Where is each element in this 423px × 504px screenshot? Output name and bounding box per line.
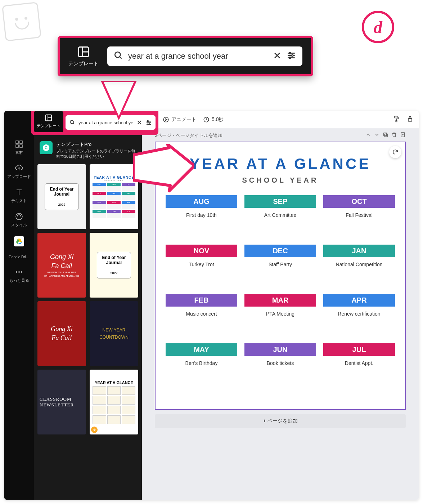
calendar-cell[interactable]: SEPArt Committee [244, 195, 316, 240]
calendar-cell[interactable]: JULDentist Appt. [323, 343, 395, 388]
month-event[interactable]: National Competition [323, 257, 395, 289]
month-header: JAN [323, 245, 395, 257]
month-event[interactable]: Music concert [166, 307, 237, 338]
add-page-bar[interactable]: + ページを追加 [155, 414, 406, 428]
template-pro-promo[interactable]: C テンプレートPro プレミアムテンプレートのライブラリーを無料で30日間ご利… [37, 139, 138, 161]
svg-point-39 [149, 122, 150, 123]
page-down-button[interactable] [374, 132, 380, 139]
page-title-label[interactable]: 2ページ - ページタイトルを追加 [155, 132, 222, 139]
template-thumb-journal2[interactable]: End of YearJournal2022 [90, 233, 138, 298]
paint-roller-icon [393, 115, 400, 122]
duration-button[interactable]: 5.0秒 [203, 116, 224, 123]
calendar-cell[interactable]: FEBMusic concert [166, 294, 237, 338]
month-header: MAR [244, 294, 316, 307]
svg-point-3 [115, 52, 120, 57]
svg-point-10 [292, 55, 293, 56]
template-thumb-journal[interactable]: End of YearJournal2022 [37, 164, 86, 229]
template-icon [45, 114, 53, 122]
template-thumb-yag2[interactable]: YEAR AT A GLANCE ♛ [90, 370, 138, 434]
filter-icon[interactable] [145, 119, 152, 126]
month-header: FEB [166, 294, 237, 307]
rail-text[interactable]: テキスト [11, 188, 27, 204]
rail-label: もっと見る [9, 278, 29, 283]
search-text: year at a grance school year [128, 52, 268, 61]
calendar-grid: AUGFirst day 10thSEPArt CommitteeOCTFall… [166, 195, 395, 388]
clear-icon[interactable] [136, 119, 143, 126]
template-thumb-gongxi2[interactable]: Gong Xi Fa Cai! [37, 301, 86, 366]
rail-upload[interactable]: アップロード [7, 164, 31, 179]
more-icon [15, 268, 23, 276]
template-thumb-countdown[interactable]: NEW YEAR COUNTDOWN [90, 301, 138, 366]
paint-roller-button[interactable] [393, 115, 400, 124]
refresh-button[interactable] [389, 146, 401, 158]
design-canvas[interactable]: YEAR AT A GLANCE SCHOOL YEAR AUGFirst da… [155, 142, 406, 410]
month-header: AUG [166, 195, 237, 208]
month-event[interactable]: Ben's Birthday [166, 356, 237, 388]
svg-rect-48 [408, 119, 412, 121]
template-icon [77, 45, 90, 58]
rail-elements[interactable]: 素材 [15, 140, 23, 155]
duplicate-page-button[interactable] [383, 132, 388, 139]
calendar-cell[interactable]: JANNational Competition [323, 245, 395, 289]
month-event[interactable]: PTA Meeting [244, 307, 316, 338]
side-rail: 素材 アップロード テキスト スタイル Google Dri… もっと見る [4, 111, 34, 500]
callout-tail [101, 81, 137, 120]
svg-point-37 [147, 121, 148, 122]
month-event[interactable]: Staff Party [244, 257, 316, 289]
animate-icon [163, 116, 169, 123]
search-icon [114, 51, 123, 62]
template-grid: End of YearJournal2022 YEAR AT A GLANCE … [37, 164, 138, 434]
month-event[interactable]: Dentist Appt. [323, 356, 395, 388]
rail-style[interactable]: スタイル [11, 212, 27, 228]
lock-button[interactable] [406, 115, 414, 124]
month-event[interactable]: Turkey Trot [166, 257, 237, 289]
svg-rect-13 [16, 141, 18, 143]
add-page-button[interactable] [400, 132, 406, 139]
delete-page-button[interactable] [391, 132, 397, 139]
template-search-highlight: テンプレート year at a grance school year [31, 111, 158, 135]
calendar-cell[interactable]: JUNBook tickets [244, 343, 316, 388]
callout-search-bar: year at a grance school year [107, 46, 302, 66]
month-header: JUN [244, 343, 316, 356]
animate-label: アニメート [171, 116, 197, 123]
template-tab-active[interactable]: テンプレート [34, 111, 63, 132]
calendar-cell[interactable]: AUGFirst day 10th [166, 195, 237, 240]
svg-rect-47 [396, 121, 397, 122]
month-event[interactable]: First day 10th [166, 208, 237, 240]
page-up-button[interactable] [365, 132, 371, 139]
cloud-upload-icon [15, 164, 23, 173]
canvas-subtitle[interactable]: SCHOOL YEAR [166, 176, 395, 184]
animate-button[interactable]: アニメート [163, 116, 197, 123]
month-event[interactable]: Renew certification [323, 307, 395, 338]
month-header: APR [323, 294, 395, 307]
editor: 素材 アップロード テキスト スタイル Google Dri… もっと見る テン… [4, 111, 419, 500]
month-event[interactable]: Book tickets [244, 356, 316, 388]
rail-google-drive[interactable] [14, 236, 24, 246]
clear-icon [273, 51, 282, 61]
svg-rect-14 [20, 141, 22, 143]
month-header: NOV [166, 245, 237, 257]
rail-more[interactable]: もっと見る [9, 268, 29, 283]
calendar-cell[interactable]: DECStaff Party [244, 245, 316, 289]
calendar-cell[interactable]: MAYBen's Birthday [166, 343, 237, 388]
template-thumb-gongxi[interactable]: Gong Xi Fa Cai! WE WISH YOU A YEAR FULL … [37, 233, 86, 298]
svg-point-8 [289, 52, 291, 54]
svg-point-27 [18, 271, 20, 273]
page-header: 2ページ - ページタイトルを追加 [142, 128, 419, 140]
template-thumb-newsletter[interactable]: CLASSROOM NEWSLETTER [37, 370, 86, 434]
svg-point-41 [147, 124, 148, 125]
refresh-icon [392, 149, 399, 155]
svg-rect-50 [384, 133, 387, 136]
calendar-cell[interactable]: MARPTA Meeting [244, 294, 316, 338]
month-event[interactable]: Fall Festival [323, 208, 395, 240]
lock-icon [406, 115, 414, 122]
calendar-cell[interactable]: NOVTurkey Trot [166, 245, 237, 289]
svg-text:C: C [45, 146, 48, 150]
canvas-title[interactable]: YEAR AT A GLANCE [166, 155, 395, 173]
template-thumb-year-at-glance-selected[interactable]: YEAR AT A GLANCE SCHOOL YEAR AUGSEPOCTNO… [90, 164, 138, 229]
month-event[interactable]: Art Committee [244, 208, 316, 240]
annotation-letter: d [362, 11, 394, 43]
promo-subtitle: プレミアムテンプレートのライブラリーを無料で30日間ご利用ください [56, 148, 136, 159]
calendar-cell[interactable]: OCTFall Festival [323, 195, 395, 240]
calendar-cell[interactable]: APRRenew certification [323, 294, 395, 338]
